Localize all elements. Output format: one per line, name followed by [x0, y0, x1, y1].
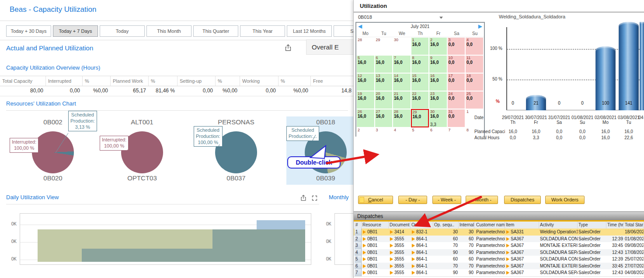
- link-arrow-icon[interactable]: [363, 257, 366, 261]
- cell-doc[interactable]: 3555: [389, 256, 411, 263]
- cell-customer[interactable]: Parametechnolo: [475, 256, 505, 263]
- cell-resource[interactable]: 0B01: [362, 256, 389, 263]
- link-arrow-icon[interactable]: [506, 257, 509, 261]
- link-arrow-icon[interactable]: [390, 264, 393, 268]
- calendar-day-2[interactable]: 2: [356, 127, 375, 137]
- link-arrow-icon[interactable]: [390, 244, 393, 247]
- cell-internal[interactable]: 70: [459, 263, 474, 270]
- link-arrow-icon[interactable]: [363, 237, 366, 241]
- link-arrow-icon[interactable]: [390, 271, 393, 274]
- cell-type[interactable]: SalesOrder: [578, 269, 606, 276]
- calendar-day-6[interactable]: 616,0: [375, 55, 393, 73]
- calendar-day-21[interactable]: 2116,0: [393, 91, 411, 109]
- cell-resource[interactable]: 0B01: [362, 269, 389, 276]
- calendar-day-6[interactable]: 6: [429, 127, 447, 137]
- calendar-day-26[interactable]: 2616,0: [356, 109, 375, 127]
- dispatch-col-header[interactable]: #: [355, 222, 362, 229]
- cell-doc[interactable]: 3555: [389, 269, 411, 276]
- cell-resource[interactable]: 0B01: [362, 236, 389, 243]
- link-arrow-icon[interactable]: [506, 230, 509, 234]
- calendar-day-20[interactable]: 2016,0: [375, 91, 393, 109]
- cell-resource[interactable]: 0B01: [362, 242, 389, 249]
- link-arrow-icon[interactable]: [390, 251, 393, 254]
- calendar-day-5[interactable]: 516,0: [356, 55, 375, 73]
- cell-time[interactable]: 12:43: [606, 269, 624, 276]
- dispatch-col-header[interactable]: Item: [505, 222, 539, 229]
- cell-doc[interactable]: 3414: [389, 229, 411, 236]
- dispatch-row[interactable]: 50B013555864-16060ParametechnoloSA367SOL…: [354, 256, 644, 263]
- cell-item[interactable]: SA367: [505, 242, 539, 249]
- export-icon[interactable]: [284, 44, 292, 52]
- cell-internal[interactable]: 70: [459, 242, 474, 249]
- calendar-day-8[interactable]: 816,0: [411, 55, 429, 73]
- link-arrow-icon[interactable]: [363, 244, 366, 247]
- dispatch-col-header[interactable]: Total Start: [624, 222, 644, 229]
- calendar-day-28[interactable]: 2816,0: [393, 109, 411, 127]
- cell-time[interactable]: 33:45: [606, 242, 624, 249]
- link-arrow-icon[interactable]: [390, 257, 393, 261]
- cell-internal[interactable]: 60: [459, 236, 474, 243]
- -week--button[interactable]: - Week -: [432, 196, 461, 204]
- calendar-day-11[interactable]: 110,0: [465, 55, 484, 73]
- dispatches-button[interactable]: Dispatches: [504, 196, 541, 204]
- link-arrow-icon[interactable]: [412, 251, 415, 254]
- calendar-day-5[interactable]: 5: [411, 127, 429, 137]
- calendar-day-17[interactable]: 170,0: [447, 73, 466, 91]
- link-arrow-icon[interactable]: [506, 271, 509, 274]
- calendar-day-9[interactable]: 916,0: [429, 55, 447, 73]
- link-arrow-icon[interactable]: [412, 271, 415, 274]
- link-arrow-icon[interactable]: [412, 237, 415, 241]
- chevron-down-icon[interactable]: [439, 17, 443, 19]
- cell-internal[interactable]: 90: [459, 269, 474, 276]
- cell-op[interactable]: 60: [433, 256, 459, 263]
- calendar-day-3[interactable]: 3: [375, 127, 393, 137]
- cell-activity[interactable]: SOLDADURA SEPARAI: [539, 269, 578, 276]
- calendar-day-7[interactable]: 7: [447, 127, 466, 137]
- cell-customer[interactable]: Parametechnolo: [475, 263, 505, 270]
- bar-03/08/2021[interactable]: [619, 22, 639, 110]
- calendar-day-29[interactable]: 29: [375, 37, 393, 55]
- cell-order[interactable]: 864-1: [411, 269, 433, 276]
- cell-item[interactable]: SA367: [505, 249, 539, 256]
- -day--button[interactable]: - Day -: [398, 196, 427, 204]
- link-arrow-icon[interactable]: [506, 244, 509, 247]
- link-arrow-icon[interactable]: [506, 264, 509, 268]
- filter-button-today-30-days[interactable]: Today + 30 Days: [6, 25, 51, 37]
- calendar-day-25[interactable]: 250,0: [465, 91, 484, 109]
- cell-customer[interactable]: Parametechnolo: [475, 229, 505, 236]
- calendar-day-27[interactable]: 2716,0: [375, 109, 393, 127]
- cell-resource[interactable]: 0B01: [362, 229, 389, 236]
- dispatch-col-header[interactable]: Order: [411, 222, 433, 229]
- cell-resource[interactable]: 0B01: [362, 249, 389, 256]
- cell-order[interactable]: 864-1: [411, 236, 433, 243]
- cell-resource[interactable]: 0B01: [362, 263, 389, 270]
- cell-item[interactable]: SA331: [505, 229, 539, 236]
- calendar-next-icon[interactable]: ▶: [478, 23, 482, 30]
- cell-type[interactable]: SalesOrder: [578, 249, 606, 256]
- link-arrow-icon[interactable]: [363, 264, 366, 268]
- cell-item[interactable]: SA367: [505, 269, 539, 276]
- cell-item[interactable]: SA367: [505, 263, 539, 270]
- link-arrow-icon[interactable]: [412, 244, 415, 247]
- daily-area-chart[interactable]: [20, 213, 311, 265]
- cell-time[interactable]: 12:39: [606, 256, 624, 263]
- calendar-day-30[interactable]: 30: [393, 37, 411, 55]
- dispatch-col-header[interactable]: Time (hr.): [606, 222, 624, 229]
- cell-op[interactable]: 70: [433, 263, 459, 270]
- calendar-prev-icon[interactable]: ◀: [358, 23, 362, 30]
- work-orders-button[interactable]: Work Orders: [545, 196, 585, 204]
- cell-start[interactable]: 25/07/2022: [624, 256, 644, 263]
- calendar-day-12[interactable]: 1216,0: [356, 73, 375, 91]
- link-arrow-icon[interactable]: [363, 251, 366, 254]
- cell-type[interactable]: SalesOrder: [578, 242, 606, 249]
- calendar-day-24[interactable]: 240,0: [447, 91, 466, 109]
- link-arrow-icon[interactable]: [363, 230, 366, 234]
- calendar-day-28[interactable]: 28: [356, 37, 375, 55]
- cancel-button[interactable]: Cancel: [358, 196, 393, 204]
- resource-dropdown[interactable]: 0B018: [358, 14, 372, 20]
- cell-order[interactable]: 864-1: [411, 249, 433, 256]
- cell-doc[interactable]: 3555: [389, 263, 411, 270]
- cell-activity[interactable]: MONTAJE EXTERIOR 4: [539, 242, 578, 249]
- cell-op[interactable]: 30: [433, 229, 459, 236]
- cell-doc[interactable]: 3555: [389, 249, 411, 256]
